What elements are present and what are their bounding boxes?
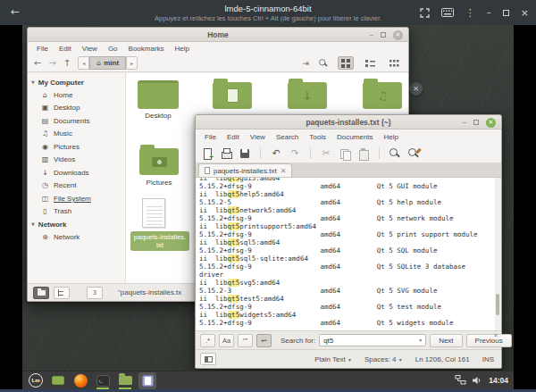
menu-view[interactable]: View: [77, 43, 103, 54]
close-button[interactable]: ✕: [393, 30, 403, 40]
save-icon[interactable]: [239, 147, 251, 160]
tab-paquets-installes[interactable]: paquets-installes.txt ✕: [198, 163, 292, 177]
tab-width-selector[interactable]: Spaces: 4 ▼: [364, 355, 403, 363]
back-button[interactable]: ←: [34, 58, 41, 68]
editor-titlebar[interactable]: paquets-installes.txt (~) – ✕: [196, 115, 501, 129]
sidebar-item-file-system[interactable]: ◫File System: [28, 192, 125, 205]
sidebar-item-home[interactable]: ⌂Home: [28, 88, 125, 102]
forward-button[interactable]: →: [48, 58, 55, 68]
vm-minimize-button[interactable]: –: [487, 8, 491, 17]
menu-documents[interactable]: Documents: [331, 131, 378, 143]
volume-tray-icon[interactable]: [473, 372, 482, 388]
editor-text-area[interactable]: ii libqt5gui5:amd645.15.2+dfsg-9 amd64 Q…: [197, 178, 500, 330]
fullscreen-icon[interactable]: [420, 8, 430, 18]
minimize-button[interactable]: –: [370, 33, 374, 37]
sidebar-item-documents[interactable]: ▤Documents: [28, 114, 125, 128]
tab-close-icon[interactable]: ✕: [281, 167, 287, 175]
open-file-icon[interactable]: [220, 147, 232, 160]
previous-button[interactable]: Previous: [466, 334, 512, 347]
undo-icon[interactable]: ↶: [270, 147, 282, 160]
search-history-dropdown-icon[interactable]: ▼: [418, 338, 423, 343]
menu-bookmarks[interactable]: Bookmarks: [123, 43, 170, 54]
notification-close-icon[interactable]: ✕: [409, 82, 423, 96]
find-replace-icon[interactable]: [407, 147, 420, 160]
paste-icon[interactable]: [357, 147, 370, 160]
firefox-launcher[interactable]: [71, 372, 89, 389]
location-entry-toggle-icon[interactable]: ⇥: [302, 59, 309, 68]
scrollbar-thumb[interactable]: [496, 294, 499, 315]
sidebar-item-recent[interactable]: ◷Recent: [28, 179, 125, 193]
breadcrumb-right-icon[interactable]: ▸: [126, 56, 138, 70]
show-desktop-button[interactable]: [49, 372, 67, 389]
maximize-button[interactable]: [473, 120, 479, 125]
search-input[interactable]: [319, 334, 426, 346]
sidebar-item-music[interactable]: ♫Music: [28, 128, 125, 141]
find-icon[interactable]: [389, 147, 401, 160]
menu-go[interactable]: Go: [103, 43, 123, 54]
cut-icon[interactable]: ✂: [320, 147, 332, 160]
editor-scrollbar[interactable]: [495, 178, 500, 330]
view-list-button[interactable]: [362, 56, 378, 70]
network-tray-icon[interactable]: [455, 372, 466, 388]
selected-file-label[interactable]: paquets-installes.txt: [130, 231, 189, 251]
sidebar-item-videos[interactable]: ▥Videos: [28, 154, 125, 167]
zoom-level-button[interactable]: 3: [87, 287, 103, 299]
terminal-window-button[interactable]: ›_: [94, 372, 112, 389]
file-manager-titlebar[interactable]: Home – ✕: [28, 28, 408, 42]
sidebar-item-network[interactable]: ⊕Network: [28, 230, 125, 244]
breadcrumb-home[interactable]: ⌂ mint: [89, 56, 126, 70]
text-editor-window-button[interactable]: [138, 372, 156, 389]
tab-label: paquets-installes.txt: [214, 167, 277, 175]
whole-word-button[interactable]: “”: [238, 334, 253, 347]
menu-kebab-icon[interactable]: ⋮: [465, 8, 475, 18]
desktop-folder-icon[interactable]: [138, 80, 179, 109]
menu-file[interactable]: File: [199, 131, 222, 143]
menu-view[interactable]: View: [245, 131, 271, 143]
next-button[interactable]: Next: [430, 334, 462, 347]
breadcrumb-left-icon[interactable]: ◂: [78, 56, 89, 70]
menu-tools[interactable]: Tools: [304, 131, 331, 143]
menu-edit[interactable]: Edit: [54, 43, 77, 54]
music-folder-icon[interactable]: ♫: [363, 82, 402, 109]
maximize-button[interactable]: [381, 32, 386, 38]
sidebar-section-network[interactable]: ▼Network: [28, 218, 125, 230]
menu-help[interactable]: Help: [170, 43, 195, 54]
language-selector[interactable]: Plain Text ▼: [314, 355, 352, 363]
toggle-treeview-button[interactable]: [54, 287, 70, 299]
panel-clock[interactable]: 14:04: [489, 376, 508, 385]
vm-close-button[interactable]: ×: [521, 8, 529, 18]
view-grid-button[interactable]: [338, 56, 354, 70]
up-button[interactable]: ↑: [63, 58, 71, 68]
keyboard-icon[interactable]: [441, 8, 454, 17]
selected-file-icon[interactable]: [142, 198, 165, 228]
menu-search[interactable]: Search: [271, 131, 304, 143]
back-arrow-icon[interactable]: ←: [11, 5, 20, 18]
sidebar-item-trash[interactable]: ▯Trash: [28, 205, 125, 219]
sidebar-item-downloads[interactable]: ↓Downloads: [28, 166, 125, 179]
files-window-button[interactable]: [116, 372, 134, 389]
close-button[interactable]: ✕: [486, 118, 496, 128]
regex-toggle-button[interactable]: .*: [200, 334, 215, 347]
search-bar-close-icon[interactable]: ✕: [493, 332, 498, 339]
new-document-icon[interactable]: [201, 147, 214, 160]
vm-maximize-button[interactable]: [503, 10, 509, 16]
copy-icon[interactable]: [339, 147, 351, 160]
match-case-button[interactable]: Aa: [219, 334, 234, 347]
side-pane-toggle-button[interactable]: [200, 353, 216, 365]
menu-help[interactable]: Help: [378, 131, 403, 143]
pictures-folder-icon[interactable]: [139, 148, 179, 175]
documents-folder-icon[interactable]: [213, 82, 252, 109]
mint-menu-button[interactable]: Lm: [27, 372, 45, 389]
menu-edit[interactable]: Edit: [222, 131, 245, 143]
sidebar-item-pictures[interactable]: ◉Pictures: [28, 140, 125, 154]
toggle-places-button[interactable]: [33, 287, 49, 299]
minimize-button[interactable]: –: [463, 121, 467, 124]
sidebar-section-my-computer[interactable]: ▼My Computer: [28, 76, 125, 88]
menu-file[interactable]: File: [31, 43, 54, 54]
wrap-around-button[interactable]: ↩: [256, 334, 272, 347]
search-icon[interactable]: [318, 58, 328, 68]
view-compact-button[interactable]: [386, 56, 402, 70]
redo-icon[interactable]: ↷: [289, 147, 301, 160]
downloads-folder-icon[interactable]: ↓: [288, 82, 327, 109]
sidebar-item-desktop[interactable]: ▣Desktop: [28, 102, 125, 115]
